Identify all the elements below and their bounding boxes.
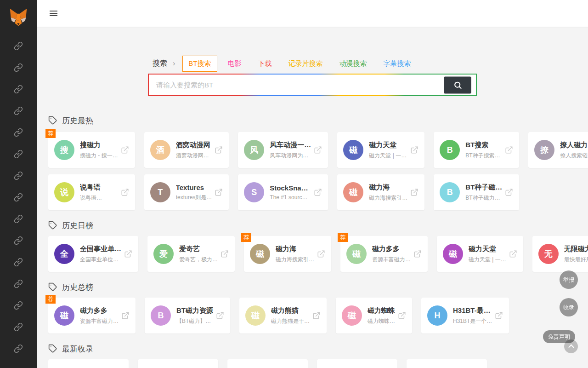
share-icon[interactable]: [216, 311, 224, 320]
site-avatar: 磁: [250, 244, 270, 264]
site-avatar: 磁: [342, 305, 362, 326]
site-card[interactable]: 风 风车动漫一… 风车动漫网为…: [238, 132, 328, 168]
share-icon[interactable]: [314, 188, 322, 196]
card-title: 酒窝动漫网: [176, 141, 212, 150]
cards-grid: 荐 搜 搜磁力 搜磁力 - 搜一… 酒: [48, 132, 577, 210]
search-tab[interactable]: 下载: [252, 56, 278, 72]
site-card[interactable]: 说 说粤语 说粤语…: [48, 174, 135, 210]
site-avatar: B: [440, 182, 460, 202]
card-title: StockSna…: [270, 184, 311, 192]
menu-button[interactable]: [48, 7, 59, 19]
share-icon[interactable]: [495, 311, 503, 320]
search-tab[interactable]: 记录片搜索: [283, 56, 329, 72]
share-icon[interactable]: [215, 188, 223, 196]
card-title: H31BT-最…: [453, 306, 492, 315]
sidebar-item-link[interactable]: [0, 230, 37, 251]
sidebar-item-link[interactable]: [0, 35, 37, 57]
search-tab[interactable]: 字幕搜索: [378, 56, 417, 72]
sidebar-item-link[interactable]: [0, 251, 37, 273]
share-icon[interactable]: [314, 146, 322, 154]
sidebar-item-link[interactable]: [0, 316, 37, 338]
fox-logo[interactable]: [0, 0, 37, 35]
site-avatar: 磁: [343, 140, 363, 160]
sidebar-item-link[interactable]: [0, 57, 37, 78]
card-subtitle: 全国事业单位…: [80, 256, 121, 264]
sidebar-item-link[interactable]: [0, 294, 37, 316]
site-card[interactable]: 撩 撩人磁力 撩人搜索链接…: [528, 132, 588, 168]
collect-button[interactable]: 收录: [560, 298, 578, 316]
site-card[interactable]: [317, 359, 397, 368]
sidebar-item-link[interactable]: [0, 165, 37, 186]
sidebar-item-link[interactable]: [0, 186, 37, 208]
share-icon[interactable]: [220, 250, 229, 258]
share-icon[interactable]: [121, 188, 129, 196]
search-input[interactable]: [149, 75, 476, 95]
link-icon: [14, 128, 23, 137]
site-card[interactable]: 荐 搜 搜磁力 搜磁力 - 搜一…: [48, 132, 135, 168]
site-card[interactable]: [138, 359, 218, 368]
cards-grid: 全 全国事业单… 全国事业单位… 爱 爱奇艺: [48, 236, 577, 272]
share-icon[interactable]: [121, 146, 129, 154]
site-card[interactable]: 磁 磁力天堂 磁力天堂 | 一…: [337, 132, 424, 168]
share-icon[interactable]: [410, 146, 418, 154]
card-text: 磁力熊猫 磁力熊猫是干…: [271, 306, 310, 325]
site-card[interactable]: 全 全国事业单… 全国事业单位…: [48, 236, 138, 272]
site-card[interactable]: B BT搜索 BT种子搜索…: [434, 132, 519, 168]
share-icon[interactable]: [410, 188, 418, 196]
report-button[interactable]: 举报: [560, 270, 578, 289]
card-title: 磁力多多: [80, 306, 119, 315]
site-card[interactable]: 荐 磁 磁力海 磁力海搜索引…: [244, 236, 331, 272]
share-icon[interactable]: [317, 250, 325, 258]
site-card[interactable]: 爱 爱奇艺 爱奇艺，极力…: [147, 236, 235, 272]
site-card[interactable]: 磁 磁力海 磁力海搜索引…: [337, 174, 424, 210]
sidebar-item-link[interactable]: [0, 143, 37, 165]
card-subtitle: 风车动漫网为…: [270, 152, 311, 160]
site-card[interactable]: 酒 酒窝动漫网 酒窝动漫网…: [144, 132, 229, 168]
site-card[interactable]: B BT种子磁… BT种子磁力…: [434, 174, 519, 210]
site-card[interactable]: [227, 359, 308, 368]
sidebar-item-link[interactable]: [0, 208, 37, 230]
share-icon[interactable]: [413, 250, 422, 258]
site-avatar: T: [150, 182, 170, 202]
sidebar-item-link[interactable]: [0, 78, 37, 100]
share-icon[interactable]: [509, 250, 517, 258]
site-avatar: 搜: [54, 140, 74, 160]
site-card[interactable]: [407, 359, 487, 368]
site-card[interactable]: 磁 磁力蜘蛛 磁力蜘蛛…: [336, 298, 412, 334]
share-icon[interactable]: [505, 188, 513, 196]
site-card[interactable]: [48, 359, 129, 368]
site-card[interactable]: B BT磁力资源 【BT磁力】…: [145, 298, 230, 334]
share-icon[interactable]: [121, 311, 130, 320]
site-card[interactable]: 磁 磁力熊猫 磁力熊猫是干…: [239, 298, 327, 334]
site-card[interactable]: 荐 磁 磁力多多 资源丰富磁力…: [340, 236, 428, 272]
card-title: 风车动漫一…: [270, 141, 311, 150]
sidebar-item-link[interactable]: [0, 100, 37, 121]
site-card[interactable]: 磁 磁力天堂 磁力天堂 | 一…: [437, 236, 523, 272]
recommend-badge: 荐: [45, 129, 56, 138]
sidebar-menu: [0, 35, 37, 359]
share-icon[interactable]: [505, 146, 513, 154]
site-card[interactable]: 无 无限磁力 最快最好用的…: [532, 236, 588, 272]
search-tab[interactable]: 电影: [222, 56, 248, 72]
share-icon[interactable]: [398, 311, 406, 320]
search-button[interactable]: [444, 76, 471, 93]
card-title: 无限磁力: [564, 245, 588, 253]
card-title: 磁力多多: [372, 245, 411, 253]
disclaimer-button[interactable]: 免责声明: [543, 330, 575, 343]
share-icon[interactable]: [215, 146, 223, 154]
sidebar-item-link[interactable]: [0, 121, 37, 143]
site-card[interactable]: S StockSna… The #1 sourc…: [238, 174, 328, 210]
share-icon[interactable]: [124, 250, 132, 258]
search-tab[interactable]: BT搜索: [182, 56, 217, 72]
sidebar-item-link[interactable]: [0, 338, 37, 359]
site-card[interactable]: 荐 磁 磁力多多 资源丰富磁力…: [48, 298, 136, 334]
card-subtitle: H31BT是一个…: [453, 317, 492, 325]
link-icon: [14, 106, 23, 115]
sidebar-item-link[interactable]: [0, 273, 37, 294]
search-tab[interactable]: 动漫搜索: [334, 56, 373, 72]
share-icon[interactable]: [312, 311, 321, 320]
site-card[interactable]: H H31BT-最… H31BT是一个…: [421, 298, 509, 334]
site-card[interactable]: T Textures textures则是…: [144, 174, 229, 210]
site-avatar: 磁: [346, 244, 367, 264]
card-text: BT搜索 BT种子搜索…: [465, 141, 502, 160]
